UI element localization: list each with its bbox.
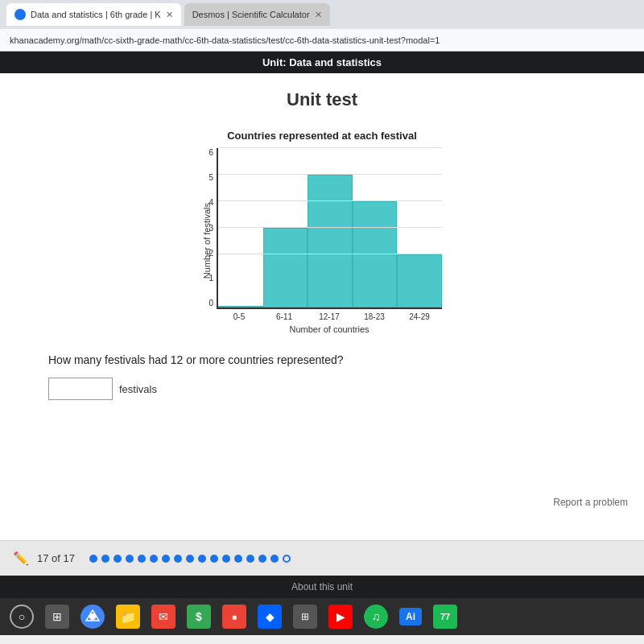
tab-close-desmos[interactable]: ✕: [315, 10, 322, 20]
progress-dot-13: [246, 555, 254, 563]
progress-bar: ✏️ 17 of 17: [0, 540, 644, 576]
youtube-icon[interactable]: ▶: [328, 605, 353, 629]
chart-title: Countries represented at each festival: [227, 130, 417, 142]
question-section: How many festivals had 12 or more countr…: [48, 353, 596, 400]
answer-row: festivals: [48, 378, 596, 400]
question-text: How many festivals had 12 or more countr…: [48, 353, 596, 366]
progress-dot-11: [222, 555, 230, 563]
progress-dot-10: [210, 555, 218, 563]
bar-group-0-5: [218, 148, 263, 308]
chrome-icon[interactable]: [80, 605, 105, 629]
chart-plot: 0 1 2 3 4 5 6: [217, 148, 442, 309]
files-icon[interactable]: 📁: [116, 605, 140, 629]
dropbox-icon[interactable]: ◆: [258, 605, 282, 629]
answer-input[interactable]: [48, 378, 113, 400]
progress-dot-9: [198, 555, 206, 563]
red-app-icon[interactable]: ■: [222, 605, 246, 629]
tab-label-khan: Data and statistics | 6th grade | K: [31, 10, 161, 19]
x-axis-labels: 0-5 6-11 12-17 18-23 24-29: [217, 312, 442, 321]
bar-group-12-17: [308, 148, 353, 308]
grid-line-2: [218, 254, 442, 254]
y-tick-3: 3: [194, 224, 213, 233]
bar-12-17: [308, 175, 353, 308]
progress-dot-3: [126, 555, 134, 563]
bar-6-11: [263, 228, 308, 308]
progress-dot-16: [283, 555, 291, 563]
progress-dot-6: [162, 555, 170, 563]
progress-dot-0: [89, 555, 97, 563]
progress-dot-7: [174, 555, 182, 563]
taskbar: ○ ⊞ 📁 ✉ $ ■ ◆ ⊞ ▶ ♫ Ai 77: [0, 598, 644, 635]
x-axis-title: Number of countries: [217, 324, 442, 334]
ka-header: Unit: Data and statistics: [0, 52, 644, 73]
progress-dot-5: [150, 555, 158, 563]
grid-line-4: [218, 200, 442, 201]
progress-text: 17 of 17: [37, 552, 75, 564]
x-label-18-23: 18-23: [352, 312, 397, 321]
page-title: Unit test: [48, 89, 596, 110]
tab-close-khan[interactable]: ✕: [166, 10, 173, 20]
x-label-24-29: 24-29: [397, 312, 442, 321]
y-tick-2: 2: [194, 249, 213, 258]
tab-khan-academy[interactable]: Data and statistics | 6th grade | K ✕: [6, 3, 181, 26]
url-bar[interactable]: khanacademy.org/math/cc-sixth-grade-math…: [0, 29, 644, 52]
x-label-12-17: 12-17: [307, 312, 352, 321]
spotify-icon[interactable]: ♫: [364, 605, 388, 629]
bar-group-18-23: [353, 148, 398, 308]
ka-favicon: [14, 9, 26, 20]
browser-tabs: Data and statistics | 6th grade | K ✕ De…: [0, 0, 644, 29]
dots-row: [89, 555, 291, 563]
main-content: Unit test Countries represented at each …: [0, 73, 644, 540]
chart-with-axes: 0 1 2 3 4 5 6: [217, 148, 442, 334]
chart-area: Number of festivals 0 1 2 3 4 5 6: [202, 148, 442, 334]
bar-group-6-11: [263, 148, 308, 308]
progress-dot-8: [186, 555, 194, 563]
numbered-icon[interactable]: 77: [433, 605, 457, 629]
grid-line-5: [218, 174, 442, 175]
ai-button[interactable]: Ai: [399, 608, 422, 625]
chart-container: Countries represented at each festival N…: [48, 130, 596, 334]
unit-title: Unit: Data and statistics: [262, 56, 382, 68]
about-unit-label: About this unit: [291, 581, 353, 592]
y-ticks: 0 1 2 3 4 5 6: [194, 148, 213, 308]
progress-dot-12: [234, 555, 242, 563]
progress-dot-1: [101, 555, 109, 563]
y-tick-0: 0: [194, 299, 213, 308]
y-tick-5: 5: [194, 173, 213, 182]
grid-line-6: [218, 147, 442, 148]
grid-app-icon[interactable]: ⊞: [293, 605, 317, 629]
progress-dot-4: [138, 555, 146, 563]
tab-desmos[interactable]: Desmos | Scientific Calculator ✕: [184, 3, 330, 26]
y-tick-6: 6: [194, 148, 213, 157]
report-problem-link[interactable]: Report a problem: [553, 497, 628, 508]
mail-icon[interactable]: ✉: [151, 605, 175, 629]
progress-dot-15: [270, 555, 279, 563]
pencil-icon: ✏️: [13, 551, 29, 566]
bar-group-24-29: [397, 148, 442, 308]
dollar-icon[interactable]: $: [187, 605, 211, 629]
bar-0-5: [218, 306, 263, 308]
progress-dot-14: [258, 555, 266, 563]
progress-dot-2: [114, 555, 122, 563]
url-text: khanacademy.org/math/cc-sixth-grade-math…: [10, 35, 440, 45]
x-label-0-5: 0-5: [217, 312, 262, 321]
tab-label-desmos: Desmos | Scientific Calculator: [192, 10, 310, 19]
x-label-6-11: 6-11: [262, 312, 307, 321]
bar-24-29: [397, 254, 442, 308]
y-tick-4: 4: [194, 198, 213, 207]
festivals-label: festivals: [119, 383, 157, 395]
about-unit-bar[interactable]: About this unit: [0, 576, 644, 598]
search-icon[interactable]: ○: [10, 605, 34, 629]
grid-line-3: [218, 227, 442, 228]
window-manager-icon[interactable]: ⊞: [45, 605, 69, 629]
y-tick-1: 1: [194, 274, 213, 283]
